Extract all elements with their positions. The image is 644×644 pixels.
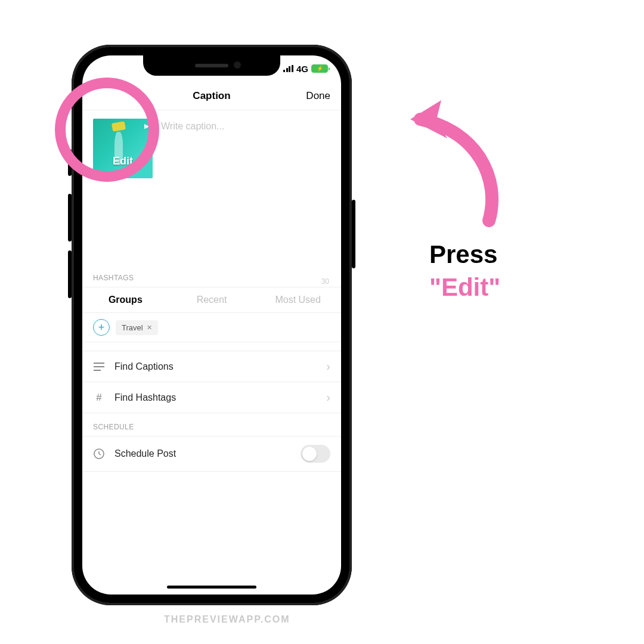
- plus-icon: +: [98, 321, 105, 334]
- clock-icon: [93, 448, 105, 459]
- hashtag-chip-row: + Travel ✕: [82, 313, 341, 342]
- lines-icon: [93, 362, 105, 371]
- schedule-section-label: SCHEDULE: [82, 413, 341, 436]
- phone-notch: [143, 55, 280, 76]
- row-label: Find Captions: [114, 361, 174, 372]
- close-icon[interactable]: ✕: [147, 324, 152, 332]
- caption-input[interactable]: Write caption...: [161, 119, 224, 132]
- find-hashtags-row[interactable]: # Find Hashtags ›: [82, 382, 341, 413]
- battery-icon: ⚡: [311, 64, 328, 73]
- phone-speaker: [195, 64, 228, 67]
- hashtags-section-label: HASHTAGS: [82, 264, 341, 287]
- content-area: ▶ Edit Write caption... 30 HASHTAGS Grou…: [82, 110, 341, 595]
- instruction-line1: Press: [429, 239, 500, 271]
- row-label: Find Hashtags: [114, 392, 176, 403]
- done-button[interactable]: Done: [306, 90, 330, 102]
- phone-vol-down: [68, 250, 72, 298]
- row-label: Schedule Post: [114, 448, 176, 459]
- tab-groups[interactable]: Groups: [82, 287, 169, 312]
- tab-recent[interactable]: Recent: [169, 287, 255, 312]
- schedule-toggle[interactable]: [301, 445, 330, 463]
- find-captions-row[interactable]: Find Captions ›: [82, 351, 341, 382]
- schedule-post-row[interactable]: Schedule Post: [82, 436, 341, 472]
- add-hashtag-button[interactable]: +: [93, 319, 110, 336]
- hashtag-tabs: Groups Recent Most Used: [82, 287, 341, 313]
- hashtag-chip[interactable]: Travel ✕: [116, 320, 158, 335]
- annotation-circle: [55, 78, 159, 182]
- phone-vol-up: [68, 194, 72, 242]
- home-indicator[interactable]: [167, 586, 256, 589]
- char-counter: 30: [321, 277, 329, 286]
- instruction-text: Press "Edit": [429, 239, 500, 304]
- phone-camera: [234, 61, 241, 69]
- network-label: 4G: [296, 64, 308, 74]
- chip-label: Travel: [122, 323, 143, 332]
- instruction-line2: "Edit": [429, 271, 500, 304]
- signal-icon: [283, 65, 293, 72]
- annotation-arrow: [405, 95, 525, 233]
- hash-icon: #: [93, 392, 105, 404]
- chevron-right-icon: ›: [326, 360, 330, 373]
- action-list: Find Captions › # Find Hashtags ›: [82, 351, 341, 413]
- charging-icon: ⚡: [317, 66, 323, 72]
- phone-power-button: [352, 200, 355, 268]
- chevron-right-icon: ›: [326, 391, 330, 404]
- tab-most-used[interactable]: Most Used: [255, 287, 341, 312]
- svg-line-5: [99, 454, 101, 455]
- watermark: THEPREVIEWAPP.COM: [164, 614, 290, 625]
